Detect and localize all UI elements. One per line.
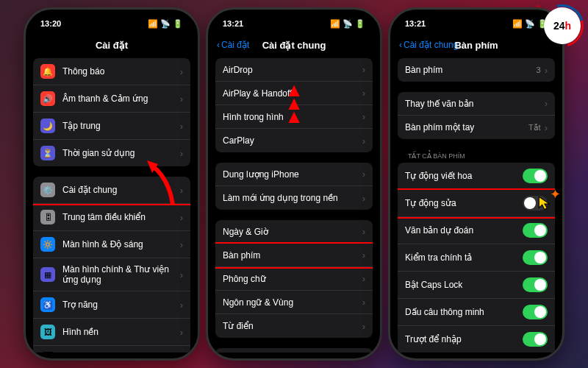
row-label: Phông chữ <box>223 274 362 284</box>
settings-row[interactable]: Phông chữ› <box>215 267 373 291</box>
settings-row[interactable]: 🔆Màn hình & Độ sáng› <box>33 231 190 258</box>
row-label: Hình nền <box>62 327 180 337</box>
row-icon: 🌙 <box>40 118 55 133</box>
settings-row[interactable]: Bàn phím một tayTắt› <box>398 116 555 139</box>
chevron-icon: › <box>362 135 365 146</box>
row-label: CarPlay <box>223 135 362 146</box>
chevron-icon: › <box>180 185 183 196</box>
settings-row[interactable]: 🌙Tập trung› <box>33 113 190 140</box>
row-label: Thay thế văn bản <box>405 99 545 109</box>
row-label: Làm mới ứng dụng trong nền <box>223 193 362 203</box>
row-label: AirDrop <box>223 65 362 75</box>
row-label: Thông báo <box>62 66 180 77</box>
settings-row[interactable]: Ngày & Giờ› <box>215 220 373 244</box>
row-label: Từ điển <box>223 321 362 331</box>
back-button[interactable]: ‹ Cài đặt <box>217 40 249 50</box>
row-label: Bật Caps Lock <box>405 280 523 290</box>
row-label: Dấu câu thông minh <box>405 307 523 317</box>
toggle-switch[interactable] <box>523 223 548 238</box>
row-label: Màn hình chính & Thư viện ứng dụng <box>62 264 180 285</box>
settings-row[interactable]: Từ điển› <box>215 314 373 338</box>
page-title: Cài đặt <box>96 40 128 51</box>
section-header: TẤT CẢ BÀN PHÍM <box>398 149 555 163</box>
settings-row[interactable]: Bàn phím› <box>215 244 373 267</box>
cursor-icon: ✦ <box>536 194 555 216</box>
time: 13:21 <box>405 19 426 28</box>
settings-row[interactable]: ⏱Chờ› <box>33 346 190 353</box>
row-label: Âm thanh & Cảm ứng <box>62 93 180 104</box>
chevron-icon: › <box>362 250 365 261</box>
settings-row[interactable]: 🔊Âm thanh & Cảm ứng› <box>33 85 190 113</box>
settings-row[interactable]: Làm mới ứng dụng trong nền› <box>215 186 373 210</box>
row-label: Ngôn ngữ & Vùng <box>223 297 362 308</box>
chevron-icon: › <box>180 121 183 132</box>
phone-general: 13:21 📶📡🔋 ‹ Cài đặt Cài đặt chung AirDro… <box>206 7 382 361</box>
row-label: Ngày & Giờ <box>223 227 362 237</box>
chevron-icon: › <box>180 212 183 223</box>
row-label: Bàn phím một tay <box>405 122 528 132</box>
settings-row[interactable]: Bàn phím3› <box>398 58 555 82</box>
chevron-icon: › <box>180 327 183 338</box>
row-icon: ⚙️ <box>40 183 55 197</box>
settings-row[interactable]: CarPlay› <box>215 129 373 152</box>
time: 13:20 <box>40 19 61 28</box>
chevron-icon: › <box>362 273 365 284</box>
settings-row[interactable]: Ngôn ngữ & Vùng› <box>215 291 373 314</box>
settings-row: Trượt để nhập <box>398 326 555 353</box>
chevron-icon: › <box>362 88 365 99</box>
settings-row[interactable]: ⚙️Cài đặt chung› <box>33 177 190 204</box>
settings-row: Văn bản dự đoán <box>398 217 555 244</box>
chevron-icon: › <box>362 193 365 204</box>
watermark-badge: 24h <box>544 7 581 44</box>
row-label: Trượt để nhập <box>405 334 523 344</box>
settings-row: Kiểm tra chính tả <box>398 244 555 272</box>
chevron-icon: › <box>180 148 183 159</box>
row-icon: ▦ <box>40 267 55 282</box>
settings-row[interactable]: 🎛Trung tâm điều khiển› <box>33 204 190 231</box>
settings-row[interactable]: Quản lý VPN & Thiết bị› <box>215 348 373 353</box>
row-label: Bàn phím <box>223 250 362 261</box>
settings-row: Dấu câu thông minh <box>398 299 555 326</box>
row-icon: ⏱ <box>40 352 55 353</box>
toggle-switch[interactable] <box>523 250 548 265</box>
row-label: Thời gian sử dụng <box>62 148 180 158</box>
settings-row[interactable]: ▦Màn hình chính & Thư viện ứng dụng› <box>33 258 190 291</box>
row-icon: 🔆 <box>40 237 55 252</box>
phone-settings: 13:20 📶📡🔋 Cài đặt 🔔Thông báo›🔊Âm thanh &… <box>24 7 200 361</box>
chevron-icon: › <box>180 269 183 280</box>
row-icon: 🖼 <box>40 325 55 339</box>
toggle-switch[interactable] <box>523 332 548 347</box>
settings-row[interactable]: 🖼Hình nền› <box>33 319 190 346</box>
row-label: Bàn phím <box>405 65 537 75</box>
scroll-arrows-icon: ▲▲▲ <box>284 83 304 124</box>
settings-row[interactable]: 🔔Thông báo› <box>33 58 190 85</box>
settings-row[interactable]: Thay thế văn bản› <box>398 92 555 116</box>
row-label: Trung tâm điều khiển <box>62 212 180 222</box>
chevron-icon: › <box>362 226 365 237</box>
settings-row: Tự động sửa <box>398 190 555 217</box>
settings-row[interactable]: Dung lượng iPhone› <box>215 163 373 186</box>
chevron-icon: › <box>545 122 548 133</box>
navbar: ‹ Cài đặt chung Bàn phím <box>390 32 562 58</box>
back-button[interactable]: ‹ Cài đặt chung <box>399 40 458 50</box>
toggle-switch[interactable] <box>523 277 548 292</box>
page-title: Bàn phím <box>454 40 498 51</box>
navbar: Cài đặt <box>26 32 198 58</box>
row-label: Văn bản dự đoán <box>405 225 523 236</box>
settings-row[interactable]: ⏳Thời gian sử dụng› <box>33 140 190 166</box>
chevron-icon: › <box>180 300 183 311</box>
toggle-switch[interactable] <box>523 305 548 319</box>
row-label: Màn hình & Độ sáng <box>62 239 180 250</box>
row-value: 3 <box>537 66 541 74</box>
row-icon: 🎛 <box>40 210 55 224</box>
row-label: Kiểm tra chính tả <box>405 252 523 263</box>
row-label: Cài đặt chung <box>62 185 180 195</box>
phone-keyboard: 13:21 📶📡🔋 ‹ Cài đặt chung Bàn phím Bàn p… <box>388 7 564 361</box>
settings-row: Bật Caps Lock <box>398 272 555 299</box>
row-label: Dung lượng iPhone <box>223 169 362 180</box>
toggle-switch[interactable] <box>523 169 548 183</box>
chevron-icon: › <box>362 169 365 180</box>
row-icon: 🔊 <box>40 91 55 106</box>
settings-row[interactable]: ♿Trợ năng› <box>33 291 190 319</box>
row-icon: 🔔 <box>40 64 55 79</box>
